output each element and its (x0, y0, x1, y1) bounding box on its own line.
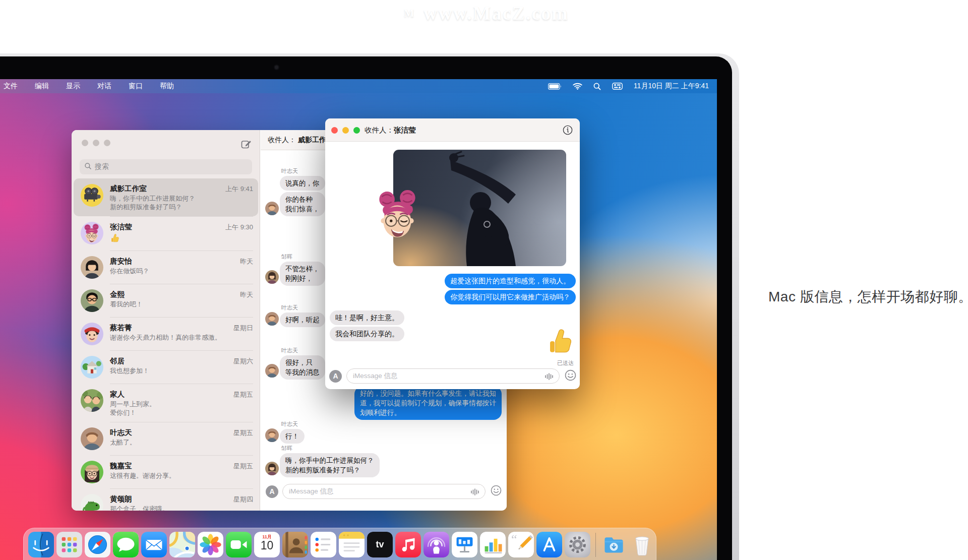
dock-item-reminders[interactable] (311, 532, 336, 557)
dock-item-finder[interactable] (28, 532, 54, 557)
menu-view[interactable]: 显示 (57, 82, 89, 91)
conversation-row[interactable]: 叶志天星期五太酷了。 (74, 422, 258, 455)
conversation-time: 昨天 (240, 290, 253, 299)
dock-item-tv[interactable]: tv (367, 532, 393, 557)
dock-item-settings[interactable] (565, 532, 590, 557)
dock-item-calendar[interactable]: 11月10 (254, 532, 280, 557)
conversation-preview: 周一早上到家。 爱你们！ (110, 400, 253, 417)
dock-item-launchpad[interactable] (56, 532, 82, 557)
avatar (265, 364, 279, 378)
thumbs-up-icon (110, 232, 253, 245)
sender-label: 叶志天 (281, 304, 325, 312)
conversation-row[interactable]: 张洁莹上午 9:30 (74, 216, 258, 251)
thumbs-up-sticker (546, 324, 575, 357)
zoom-button[interactable] (104, 140, 110, 146)
photo-girl-avatar (81, 256, 103, 279)
photo-kids-avatar (81, 389, 103, 412)
message-input[interactable]: iMessage 信息 (282, 484, 486, 499)
search-field[interactable]: 搜索 (80, 159, 252, 174)
dock-item-podcasts[interactable] (424, 532, 449, 557)
conversation-name: 黄颂朗 (110, 494, 132, 504)
avatar (265, 462, 279, 475)
dock-item-messages[interactable] (113, 532, 139, 557)
sender-label: 邹晖 (281, 253, 325, 261)
dock-item-photos[interactable] (198, 532, 223, 557)
conversation-row[interactable]: 家人星期五周一早上到家。 爱你们！ (74, 384, 258, 422)
conversation-row[interactable]: 唐安怡昨天你在做饭吗？ (74, 251, 258, 284)
photo-attachment[interactable] (393, 150, 566, 266)
emoji-picker-button[interactable] (565, 369, 576, 383)
tv-label: tv (367, 532, 393, 557)
info-button[interactable] (563, 125, 573, 137)
audio-waveform-icon[interactable] (544, 372, 553, 382)
sender-label: 叶志天 (281, 347, 325, 354)
conversation-text: 金熙昨天看我的吧！ (110, 284, 253, 312)
sender-label: 叶志天 (281, 167, 325, 175)
conversation-row[interactable]: 金熙昨天看我的吧！ (74, 284, 258, 317)
new-message-button[interactable] (241, 139, 252, 152)
app-store-apps-button[interactable]: A (266, 485, 278, 498)
house-avatar (81, 356, 103, 379)
conversation-row[interactable]: 邻居星期六我也想参加！ (74, 350, 258, 384)
conversation-row[interactable]: 蔡若菁星期日谢谢你今天鼎力相助！真的非常感激。 (74, 317, 258, 350)
message-bubble: 很好，只 等我的消息 (280, 355, 325, 380)
conversation-row[interactable]: 威影工作室上午 9:41嗨，你手中的工作进展如何？ 新的粗剪版准备好了吗？ (74, 178, 258, 216)
menu-edit[interactable]: 编辑 (26, 82, 57, 91)
dock-item-notes[interactable] (339, 532, 365, 557)
dock-item-numbers[interactable] (480, 532, 506, 557)
conversation-text: 家人星期五周一早上到家。 爱你们！ (110, 384, 253, 417)
minimize-button[interactable] (93, 140, 99, 146)
conversation-text: 黄颂朗星期四那个盒子，保密哦。 (110, 488, 253, 511)
dock-item-maps[interactable] (169, 532, 195, 557)
conversation-text: 蔡若菁星期日谢谢你今天鼎力相助！真的非常感激。 (110, 317, 253, 345)
sender-label: 邹晖 (281, 445, 380, 452)
app-store-apps-button[interactable]: A (329, 370, 342, 383)
wifi-icon[interactable] (573, 83, 582, 90)
input-placeholder: iMessage 信息 (353, 371, 398, 381)
message-composer: A iMessage 信息 (329, 368, 576, 384)
photo-man-glasses-avatar (81, 289, 103, 312)
audio-waveform-icon[interactable] (470, 488, 479, 497)
menu-conversation[interactable]: 对话 (89, 82, 120, 91)
delivered-status: 已送达 (557, 359, 574, 367)
zoom-button[interactable] (353, 127, 360, 134)
dock-item-downloads[interactable] (601, 532, 627, 557)
dock-item-mail[interactable] (141, 532, 167, 557)
conversation-name: 魏嘉宝 (110, 461, 132, 471)
avatar (265, 202, 279, 215)
avatar (265, 428, 279, 442)
emoji-picker-button[interactable] (491, 485, 502, 498)
conversation-name: 威影工作室 (110, 184, 147, 194)
close-button[interactable] (82, 140, 88, 146)
dock-item-contacts[interactable] (282, 532, 308, 557)
photo-man-avatar (81, 427, 103, 450)
dock-item-facetime[interactable] (226, 532, 252, 557)
conversation-text: 邻居星期六我也想参加！ (110, 350, 253, 379)
avatar (265, 270, 279, 284)
compose-recipient: 收件人：张洁莹 (365, 126, 416, 135)
menu-help[interactable]: 帮助 (151, 82, 183, 91)
message-input[interactable]: iMessage 信息 (346, 368, 560, 384)
conversation-row[interactable]: 黄颂朗星期四那个盒子，保密哦。 (74, 488, 258, 511)
dock-item-safari[interactable] (85, 532, 110, 557)
battery-icon[interactable] (548, 83, 562, 90)
conversation-preview: 我也想参加！ (110, 366, 253, 375)
dock-item-pages[interactable]: “ (508, 532, 534, 557)
control-center-icon[interactable] (612, 83, 623, 90)
close-button[interactable] (331, 127, 338, 134)
conversation-name: 张洁莹 (110, 222, 132, 232)
menu-bar-clock[interactable]: 11月10日 周二 上午9:41 (634, 82, 709, 91)
desktop-screenshot: M www.MacZ.com Mac 版信息，怎样开场都好聊。 文件编辑显示对话… (0, 0, 968, 560)
dock-item-keynote[interactable] (452, 532, 477, 557)
message-group: 超爱这张图片的造型和感觉，很动人。 (445, 274, 576, 288)
minimize-button[interactable] (342, 127, 349, 134)
menu-file[interactable]: 文件 (0, 82, 26, 91)
dock-item-music[interactable] (395, 532, 421, 557)
dock-item-trash[interactable] (629, 532, 655, 557)
pages-quote-glyph: “ (511, 532, 517, 547)
conversation-row[interactable]: 魏嘉宝星期五这很有趣。谢谢分享。 (74, 455, 258, 488)
memoji-beret-avatar (81, 323, 103, 345)
menu-window[interactable]: 窗口 (120, 82, 151, 91)
spotlight-search-icon[interactable] (593, 83, 601, 90)
dock-item-appstore[interactable] (536, 532, 562, 557)
